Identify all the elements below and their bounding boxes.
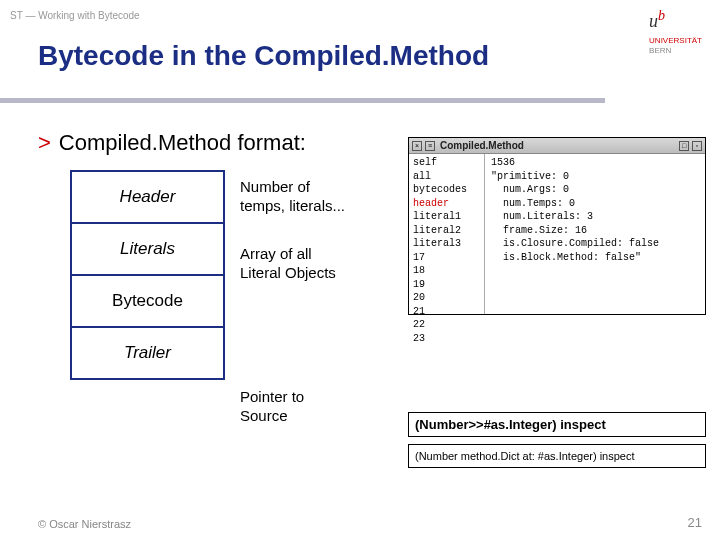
close-icon[interactable]: × [412, 141, 422, 151]
value-line: "primitive: 0 [491, 170, 699, 184]
expand-icon[interactable]: ▫ [692, 141, 702, 151]
value-line: is.Block.Method: false" [491, 251, 699, 265]
list-item[interactable]: self [413, 156, 480, 170]
inspector-value-pane[interactable]: 1536 "primitive: 0 num.Args: 0 num.Temps… [485, 154, 705, 314]
copyright: © Oscar Nierstrasz [38, 518, 131, 530]
bullet-icon: > [38, 130, 51, 155]
block-literals: Literals [70, 222, 225, 276]
value-line: num.Temps: 0 [491, 197, 699, 211]
desc-trailer: Pointer toSource [240, 388, 304, 426]
header-area: ST — Working with Bytecode ub UNIVERSITÄ… [0, 0, 720, 120]
format-blocks: Header Literals Bytecode Trailer [70, 170, 225, 378]
list-item[interactable]: 17 [413, 251, 480, 265]
breadcrumb: ST — Working with Bytecode [10, 10, 140, 21]
list-item[interactable]: literal1 [413, 210, 480, 224]
university-logo: ub UNIVERSITÄTBERN [649, 8, 702, 55]
list-item[interactable]: 19 [413, 278, 480, 292]
desc-literals: Array of allLiteral Objects [240, 245, 336, 283]
list-item[interactable]: literal3 [413, 237, 480, 251]
code-snippet-2: (Number method.Dict at: #as.Integer) ins… [408, 444, 706, 468]
value-line: 1536 [491, 156, 699, 170]
list-item[interactable]: 22 [413, 318, 480, 332]
inspector-window: × ≡ Compiled.Method □ ▫ self all bytecod… [408, 137, 706, 315]
value-line: num.Literals: 3 [491, 210, 699, 224]
desc-header: Number oftemps, literals... [240, 178, 345, 216]
inspector-titlebar[interactable]: × ≡ Compiled.Method □ ▫ [409, 138, 705, 154]
list-item[interactable]: all bytecodes [413, 170, 480, 197]
list-item[interactable]: 23 [413, 332, 480, 346]
value-line: is.Closure.Compiled: false [491, 237, 699, 251]
list-item[interactable]: 20 [413, 291, 480, 305]
list-item-selected[interactable]: header [413, 197, 480, 211]
value-line: frame.Size: 16 [491, 224, 699, 238]
menu-icon[interactable]: ≡ [425, 141, 435, 151]
slide-title: Bytecode in the Compiled.Method [38, 40, 489, 72]
block-trailer: Trailer [70, 326, 225, 380]
list-item[interactable]: 18 [413, 264, 480, 278]
list-item[interactable]: 21 [413, 305, 480, 319]
block-bytecode: Bytecode [70, 274, 225, 328]
block-header: Header [70, 170, 225, 224]
page-number: 21 [688, 515, 702, 530]
bullet-main: >Compiled.Method format: [38, 130, 306, 156]
inspector-title: Compiled.Method [440, 140, 679, 151]
inspector-field-list[interactable]: self all bytecodes header literal1 liter… [409, 154, 485, 314]
collapse-icon[interactable]: □ [679, 141, 689, 151]
list-item[interactable]: literal2 [413, 224, 480, 238]
value-line: num.Args: 0 [491, 183, 699, 197]
code-snippet-1: (Number>>#as.Integer) inspect [408, 412, 706, 437]
